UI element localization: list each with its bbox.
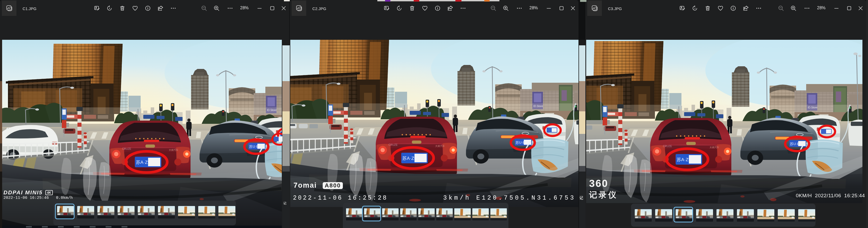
svg-text:CRUZE: CRUZE — [663, 145, 672, 148]
svg-text:苏U·B: 苏U·B — [516, 140, 525, 144]
svg-text:苏U·B: 苏U·B — [249, 144, 258, 149]
svg-text:CRUZE: CRUZE — [122, 148, 131, 150]
svg-text:苏A·Z9: 苏A·Z9 — [402, 156, 416, 161]
svg-text:苏A·Z9: 苏A·Z9 — [677, 157, 691, 162]
svg-text:大师汽车: 大师汽车 — [435, 145, 445, 148]
svg-text:苏A·Z9: 苏A·Z9 — [136, 160, 150, 165]
svg-text:大师汽车: 大师汽车 — [710, 146, 719, 149]
svg-text:大师汽车: 大师汽车 — [169, 149, 178, 151]
svg-text:苏U·B: 苏U·B — [790, 142, 799, 146]
svg-text:CRUZE: CRUZE — [389, 143, 398, 146]
